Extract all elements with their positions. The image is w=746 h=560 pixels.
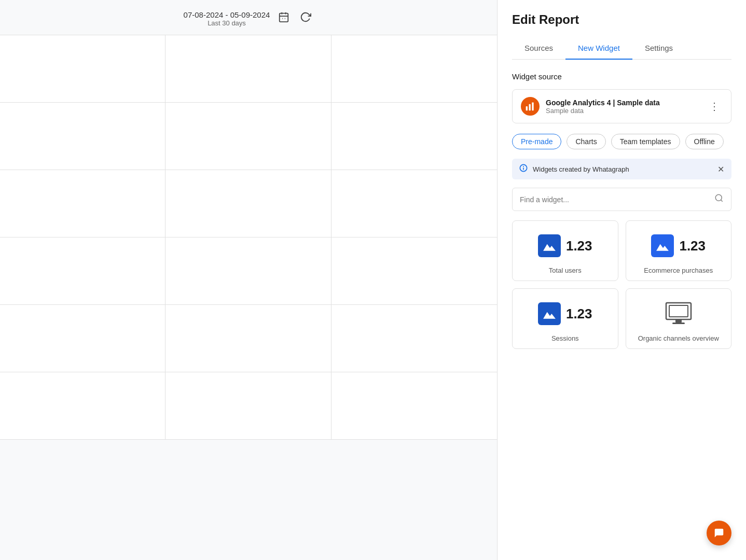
report-grid [0,35,497,440]
svg-rect-6 [526,106,528,110]
search-button[interactable] [714,193,724,205]
widget-number-sessions: 1.23 [566,306,592,322]
search-icon [714,193,724,203]
panel-body: Widget source Google Analytics 4 | Sampl… [498,60,746,560]
filter-chips: Pre-made Charts Team templates Offline [512,134,731,149]
monitor-icon [664,301,693,327]
svg-rect-0 [280,13,288,22]
widget-card-organic-channels[interactable]: Organic channels overview [626,288,732,349]
widget-label-organic-channels: Organic channels overview [638,334,719,342]
search-input[interactable] [520,195,710,204]
svg-marker-14 [543,244,556,251]
grid-cell [0,372,165,440]
refresh-icon [300,11,311,23]
chat-fab-button[interactable] [707,521,731,545]
calendar-icon [278,11,289,23]
widget-card-sessions[interactable]: 1.23 Sessions [512,288,618,349]
svg-rect-19 [675,319,682,323]
svg-rect-7 [529,104,531,111]
tab-new-widget[interactable]: New Widget [565,37,632,60]
grid-cell [331,170,497,237]
info-icon [519,164,528,174]
widget-label-sessions: Sessions [551,334,579,342]
svg-rect-20 [672,323,685,324]
grid-cell [331,372,497,440]
source-menu-button[interactable]: ⋮ [706,99,723,114]
grid-cell [165,237,331,305]
grid-cell [165,35,331,103]
grid-cell [165,372,331,440]
source-card: Google Analytics 4 | Sample data Sample … [512,89,731,123]
source-sub: Sample data [546,107,700,115]
calendar-button[interactable] [276,9,292,27]
grid-cell [165,103,331,170]
source-info: Google Analytics 4 | Sample data Sample … [546,99,700,115]
widget-number-total-users: 1.23 [566,238,592,254]
widget-label-ecommerce: Ecommerce purchases [644,267,713,274]
chip-team-templates[interactable]: Team templates [611,134,680,149]
tab-settings[interactable]: Settings [632,37,685,60]
tabs-bar: Sources New Widget Settings [512,37,731,60]
widget-preview: 1.23 [651,230,706,261]
chat-icon [713,527,725,539]
grid-cell [331,237,497,305]
svg-point-12 [715,194,722,201]
grid-cell [331,103,497,170]
svg-marker-15 [657,244,669,251]
widget-card-ecommerce[interactable]: 1.23 Ecommerce purchases [626,220,732,281]
grid-cell [165,170,331,237]
mountain-icon-2 [656,239,669,253]
mountain-icon-3 [543,307,556,320]
svg-rect-18 [669,305,688,317]
widget-preview [664,298,693,329]
left-panel: 07-08-2024 - 05-09-2024 Last 30 days [0,0,497,560]
widget-card-total-users[interactable]: 1.23 Total users [512,220,618,281]
search-box [512,188,731,211]
chip-pre-made[interactable]: Pre-made [512,134,561,149]
date-range-block: 07-08-2024 - 05-09-2024 Last 30 days [184,10,270,27]
grid-cell [0,35,165,103]
grid-cell [0,170,165,237]
info-close-button[interactable]: ✕ [717,164,724,174]
refresh-button[interactable] [298,9,313,27]
info-text: Widgets created by Whatagraph [533,165,712,173]
widget-preview: 1.23 [538,298,592,329]
source-name: Google Analytics 4 | Sample data [546,99,700,107]
mountain-icon [543,239,556,253]
chip-offline[interactable]: Offline [685,134,724,149]
grid-cell [0,237,165,305]
grid-cell [165,305,331,372]
widget-icon-total-users [538,234,561,257]
date-range-text: 07-08-2024 - 05-09-2024 [184,10,270,19]
right-panel: Edit Report Sources New Widget Settings … [497,0,746,560]
date-sub-label: Last 30 days [184,19,270,27]
grid-cell [331,305,497,372]
widget-icon-sessions [538,302,561,325]
top-bar: 07-08-2024 - 05-09-2024 Last 30 days [0,0,497,35]
svg-rect-8 [532,103,533,111]
analytics-icon [525,101,535,111]
grid-cell [0,305,165,372]
widget-icon-ecommerce [651,234,674,257]
tab-sources[interactable]: Sources [512,37,565,60]
grid-cell [0,103,165,170]
info-banner: Widgets created by Whatagraph ✕ [512,159,731,179]
widget-label-total-users: Total users [549,267,582,274]
widgets-grid: 1.23 Total users 1.23 Ecommerce purchase… [512,220,731,349]
panel-title: Edit Report [512,12,731,27]
svg-line-13 [721,200,722,201]
svg-marker-16 [543,312,556,319]
panel-header: Edit Report Sources New Widget Settings [498,0,746,60]
grid-cell [331,35,497,103]
chip-charts[interactable]: Charts [567,134,605,149]
widget-source-label: Widget source [512,72,731,81]
widget-preview: 1.23 [538,230,592,261]
widget-number-ecommerce: 1.23 [679,238,706,254]
source-icon [521,97,540,116]
